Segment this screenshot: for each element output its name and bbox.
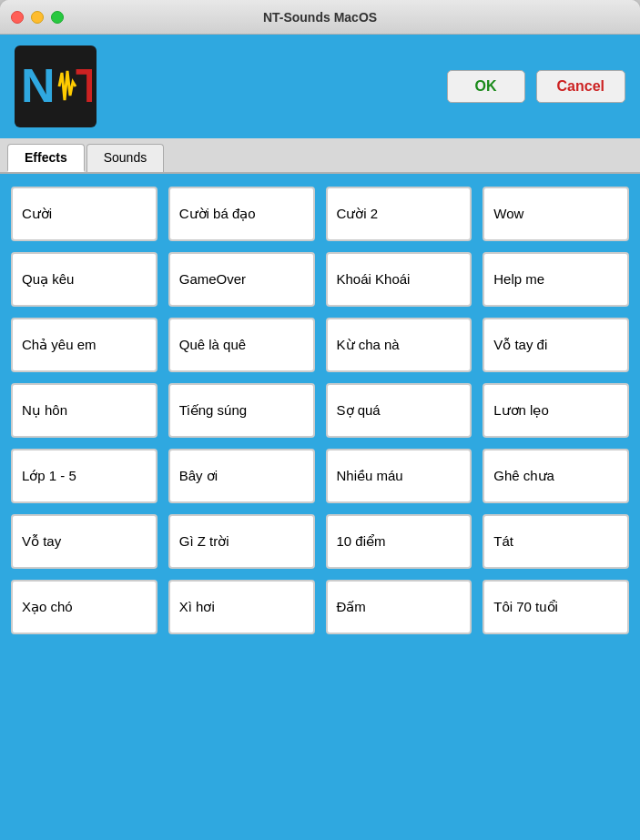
sound-button-dam[interactable]: Đấm bbox=[326, 580, 472, 634]
svg-text:N: N bbox=[21, 59, 56, 112]
tab-effects[interactable]: Effects bbox=[7, 144, 85, 172]
sound-button-nhieu-mau[interactable]: Nhiều máu bbox=[326, 449, 472, 503]
sound-button-ku-cha-na[interactable]: Kừ cha nà bbox=[326, 318, 472, 372]
minimize-button[interactable] bbox=[31, 11, 44, 24]
window-title: NT-Sounds MacOS bbox=[263, 10, 377, 25]
logo-icon: N T bbox=[19, 55, 92, 118]
sound-button-toi-70-tuoi[interactable]: Tôi 70 tuổi bbox=[483, 580, 629, 634]
sound-button-cuoi-ba-dao[interactable]: Cười bá đạo bbox=[168, 187, 315, 241]
svg-text:T: T bbox=[76, 59, 92, 112]
close-button[interactable] bbox=[11, 11, 24, 24]
header-area: N T OK Cancel bbox=[0, 35, 640, 138]
sound-button-10-diem[interactable]: 10 điểm bbox=[326, 514, 472, 569]
sound-button-cuoi2[interactable]: Cười 2 bbox=[326, 187, 472, 241]
header-buttons: OK Cancel bbox=[97, 70, 625, 103]
sound-button-wow[interactable]: Wow bbox=[483, 187, 629, 241]
sound-button-lop1-5[interactable]: Lớp 1 - 5 bbox=[11, 449, 157, 503]
sound-button-help-me[interactable]: Help me bbox=[483, 252, 629, 307]
content-area: CườiCười bá đạoCười 2WowQuạ kêuGameOverK… bbox=[0, 174, 640, 840]
ok-button[interactable]: OK bbox=[447, 70, 525, 103]
sound-button-vo-tay-di[interactable]: Vỗ tay đi bbox=[483, 318, 629, 372]
sound-button-gi-z-troi[interactable]: Gì Z trời bbox=[168, 514, 315, 569]
sound-button-xi-hoi[interactable]: Xì hơi bbox=[168, 580, 315, 634]
sound-button-tat[interactable]: Tát bbox=[483, 514, 629, 569]
sound-button-luon-leo[interactable]: Lươn lẹo bbox=[483, 383, 629, 438]
traffic-lights bbox=[11, 11, 64, 24]
tab-bar: Effects Sounds bbox=[0, 138, 640, 174]
sound-button-qua-keu[interactable]: Quạ kêu bbox=[11, 252, 157, 307]
main-window: NT-Sounds MacOS N T OK Cancel Effects So… bbox=[0, 0, 640, 840]
sound-button-khoai-khoai[interactable]: Khoái Khoái bbox=[326, 252, 472, 307]
cancel-button[interactable]: Cancel bbox=[536, 70, 625, 103]
sound-button-xao-cho[interactable]: Xạo chó bbox=[11, 580, 157, 634]
sound-button-bay-oi[interactable]: Bây ơi bbox=[168, 449, 315, 503]
sound-button-nu-hon[interactable]: Nụ hôn bbox=[11, 383, 157, 438]
title-bar: NT-Sounds MacOS bbox=[0, 0, 640, 35]
sound-button-tieng-sung[interactable]: Tiếng súng bbox=[168, 383, 315, 438]
sound-button-cha-yeu-em[interactable]: Chả yêu em bbox=[11, 318, 157, 372]
sound-button-so-qua[interactable]: Sợ quá bbox=[326, 383, 472, 438]
maximize-button[interactable] bbox=[51, 11, 64, 24]
sound-button-cuoi[interactable]: Cười bbox=[11, 187, 157, 241]
sound-button-ghe-chua[interactable]: Ghê chưa bbox=[483, 449, 629, 503]
logo-box: N T bbox=[15, 46, 97, 127]
sound-button-gameover[interactable]: GameOver bbox=[168, 252, 315, 307]
tab-sounds[interactable]: Sounds bbox=[86, 144, 164, 172]
sound-button-vo-tay[interactable]: Vỗ tay bbox=[11, 514, 157, 569]
sound-button-que-la-que[interactable]: Quê là quê bbox=[168, 318, 315, 372]
sounds-grid: CườiCười bá đạoCười 2WowQuạ kêuGameOverK… bbox=[11, 187, 629, 634]
